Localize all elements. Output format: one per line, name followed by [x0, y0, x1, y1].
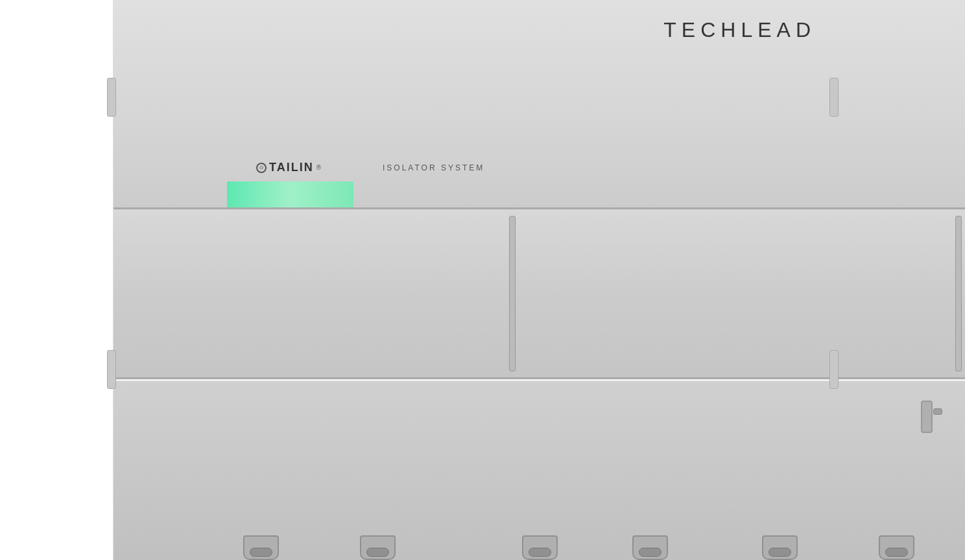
right-fitting-upper — [921, 401, 933, 433]
foot-wheel-3 — [529, 548, 551, 557]
foot-shape-3 — [522, 535, 558, 560]
foot-3 — [522, 535, 558, 560]
left-strip — [0, 0, 113, 560]
left-bracket-upper — [107, 78, 116, 117]
foot-wheel-4 — [639, 548, 661, 557]
machine-lower — [113, 381, 965, 560]
foot-wheel-2 — [366, 548, 389, 557]
techlead-brand: TECHLEAD — [663, 18, 816, 42]
isolator-system-label: ISOLATOR SYSTEM — [383, 163, 484, 172]
foot-shape-4 — [632, 535, 668, 560]
tailin-registered: ® — [316, 164, 321, 171]
foot-shape-6 — [879, 535, 914, 560]
foot-1 — [243, 535, 279, 560]
foot-6 — [879, 535, 914, 560]
green-indicator-bar — [227, 181, 353, 211]
foot-5 — [762, 535, 798, 560]
right-bracket-upper — [829, 78, 839, 117]
foot-wheel-5 — [768, 548, 791, 557]
v-rail-right — [955, 216, 962, 371]
tailin-logo: G TAILIN ® — [256, 161, 321, 174]
left-bracket-lower — [107, 350, 116, 389]
right-bracket-lower — [829, 350, 839, 389]
foot-shape-2 — [360, 535, 396, 560]
v-rail-left — [509, 216, 516, 371]
foot-shape-5 — [762, 535, 798, 560]
right-fitting-lower — [933, 408, 942, 415]
page-container: TECHLEAD G TAILIN ® ISOLATOR SYSTEM TAIL… — [0, 0, 965, 560]
foot-2 — [360, 535, 396, 560]
foot-4 — [632, 535, 668, 560]
tailin-circle-icon: G — [256, 163, 267, 173]
tailin-text: TAILIN — [269, 161, 314, 174]
foot-wheel-6 — [885, 548, 908, 557]
foot-wheel-1 — [250, 548, 272, 557]
foot-shape-1 — [243, 535, 279, 560]
